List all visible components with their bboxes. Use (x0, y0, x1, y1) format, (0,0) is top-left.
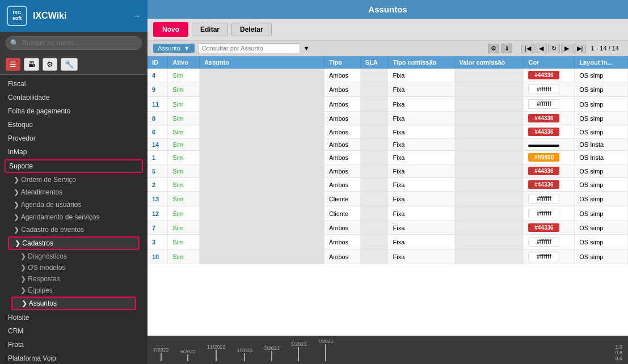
filter-download-icon[interactable]: ⇓ (501, 44, 512, 53)
novo-button[interactable]: Novo (153, 22, 188, 37)
cell-layout: OS simp (575, 164, 628, 178)
print-button[interactable]: 🖶 (24, 58, 39, 71)
bottom-bar: 7/2022 9/2022 11/2022 1/2023 3/2023 5/20… (147, 336, 628, 364)
bottom-values: 1.00.80.6 (615, 344, 622, 361)
table-row[interactable]: 10 Sim Ambos Fixa #ffffff OS simp (147, 249, 628, 264)
table-row[interactable]: 7 Sim Ambos Fixa #44336 OS simp (147, 221, 628, 235)
tools-button[interactable]: 🔧 (61, 58, 78, 71)
table-row[interactable]: 9 Sim Ambos Fixa #ffffff OS simp (147, 82, 628, 97)
cell-tipo: Ambos (324, 69, 360, 82)
sidebar-item-crm[interactable]: CRM (0, 324, 147, 338)
cell-tipo: Ambos (324, 97, 360, 112)
table-row[interactable]: 5 Sim Ambos Fixa #44336 OS simp (147, 164, 628, 178)
sidebar-item-os-modelos[interactable]: ❯ OS modelos (0, 262, 147, 273)
cell-ativo: Sim (168, 235, 200, 249)
sidebar-item-provedor[interactable]: Provedor (0, 132, 147, 145)
sidebar-item-estoque[interactable]: Estoque (0, 118, 147, 132)
cell-sla (360, 139, 388, 151)
sidebar-item-agendamento[interactable]: ❯ Agendamento de serviços (0, 211, 147, 223)
sidebar-item-contabilidade[interactable]: Contabilidade (0, 91, 147, 104)
table-row[interactable]: 14 Sim Ambos Fixa OS Insta (147, 139, 628, 151)
table-row[interactable]: 13 Sim Cliente Fixa #ffffff OS simp (147, 192, 628, 206)
pagination-next[interactable]: ▶ (561, 44, 572, 53)
settings-button[interactable]: ⚙ (43, 58, 57, 71)
sidebar-item-equipes[interactable]: ❯ Equipes (0, 285, 147, 296)
table-row[interactable]: 2 Sim Ambos Fixa #44336 OS simp (147, 178, 628, 192)
cell-layout: OS simp (575, 221, 628, 235)
sidebar-item-ordem[interactable]: ❯ Ordem de Serviço (0, 173, 147, 186)
sidebar-item-fiscal[interactable]: Fiscal (0, 77, 147, 91)
table-row[interactable]: 8 Sim Ambos Fixa #44336 OS simp (147, 112, 628, 125)
cell-sla (360, 206, 388, 221)
col-cor: Cor (524, 56, 575, 69)
cell-tipo-comissao: Fixa (388, 82, 454, 97)
cell-layout: OS simp (575, 125, 628, 139)
table-row[interactable]: 3 Sim Ambos Fixa #ffffff OS simp (147, 235, 628, 249)
deletar-button[interactable]: Deletar (231, 23, 272, 36)
cell-sla (360, 151, 388, 164)
cell-sla (360, 178, 388, 192)
editar-button[interactable]: Editar (192, 23, 228, 36)
sidebar-item-diagnosticos[interactable]: ❯ Diagnósticos (0, 251, 147, 262)
bottom-date-3: 11/2022 (207, 344, 226, 361)
table-header-row: ID Ativo Assunto Tipo SLA Tipo comissão … (147, 56, 628, 69)
sidebar-item-hotsite[interactable]: Hotsite (0, 311, 147, 324)
sidebar-search-area: 🔍 (0, 32, 147, 54)
col-ativo: Ativo (168, 56, 200, 69)
cell-tipo-comissao: Fixa (388, 235, 454, 249)
pagination-prev[interactable]: ◀ (536, 44, 547, 53)
pagination: |◀ ◀ ↻ ▶ ▶| 1 - 14 / 14 (521, 44, 622, 53)
cell-assunto (199, 249, 324, 264)
cell-id: 4 (147, 69, 168, 82)
cell-tipo-comissao: Fixa (388, 69, 454, 82)
cell-tipo: Cliente (324, 206, 360, 221)
cell-sla (360, 192, 388, 206)
sidebar-item-agenda[interactable]: ❯ Agenda de usuários (0, 198, 147, 211)
cell-sla (360, 97, 388, 112)
sidebar-item-respostas[interactable]: ❯ Respostas (0, 273, 147, 285)
cell-id: 1 (147, 151, 168, 164)
filter-input[interactable] (198, 43, 300, 53)
cell-layout: OS simp (575, 192, 628, 206)
table-row[interactable]: 6 Sim Ambos Fixa #44336 OS simp (147, 125, 628, 139)
menu-toggle-button[interactable]: ☰ (6, 58, 20, 71)
cell-assunto (199, 97, 324, 112)
sidebar-item-voip[interactable]: Plataforma Voip (0, 352, 147, 364)
table-row[interactable]: 1 Sim Ambos Fixa #ff9800 OS Insta (147, 151, 628, 164)
exit-icon[interactable]: → (133, 11, 141, 20)
sidebar-item-cadastro-eventos[interactable]: ❯ Cadastro de eventos (0, 223, 147, 236)
search-input[interactable] (6, 36, 142, 50)
pagination-refresh[interactable]: ↻ (548, 44, 560, 53)
cell-tipo-comissao: Fixa (388, 206, 454, 221)
cell-cor: #ffffff (524, 97, 575, 112)
filter-settings-icon[interactable]: ⚙ (488, 44, 499, 53)
cell-assunto (199, 164, 324, 178)
cell-valor-comissao (454, 97, 524, 112)
cell-sla (360, 249, 388, 264)
col-assunto: Assunto (199, 56, 324, 69)
sidebar-item-atendimentos[interactable]: ❯ Atendimentos (0, 186, 147, 198)
sidebar-item-assuntos[interactable]: ❯ Assuntos (11, 297, 136, 310)
cell-valor-comissao (454, 178, 524, 192)
filter-dropdown-icon[interactable]: ▼ (184, 45, 190, 52)
cell-sla (360, 112, 388, 125)
cell-tipo-comissao: Fixa (388, 164, 454, 178)
filter-label[interactable]: Assunto ▼ (153, 44, 195, 53)
cell-ativo: Sim (168, 164, 200, 178)
sidebar-item-cadastros[interactable]: ❯ Cadastros (8, 236, 140, 250)
cell-cor: #44336 (524, 112, 575, 125)
cell-layout: OS simp (575, 82, 628, 97)
sidebar-item-frota[interactable]: Frota (0, 338, 147, 352)
table-row[interactable]: 4 Sim Ambos Fixa #44336 OS simp (147, 69, 628, 82)
filter-dropdown2-icon[interactable]: ▼ (304, 45, 310, 52)
pagination-first[interactable]: |◀ (521, 44, 534, 53)
sidebar-item-folha[interactable]: Folha de pagamento (0, 104, 147, 118)
cell-layout: OS Insta (575, 151, 628, 164)
pagination-last[interactable]: ▶| (574, 44, 587, 53)
table-row[interactable]: 12 Sim Cliente Fixa #ffffff OS simp (147, 206, 628, 221)
sidebar-item-suporte[interactable]: Suporte (5, 159, 143, 173)
cell-tipo-comissao: Fixa (388, 249, 454, 264)
sidebar-item-inmap[interactable]: InMap (0, 145, 147, 159)
cell-sla (360, 164, 388, 178)
table-row[interactable]: 11 Sim Ambos Fixa #ffffff OS simp (147, 97, 628, 112)
